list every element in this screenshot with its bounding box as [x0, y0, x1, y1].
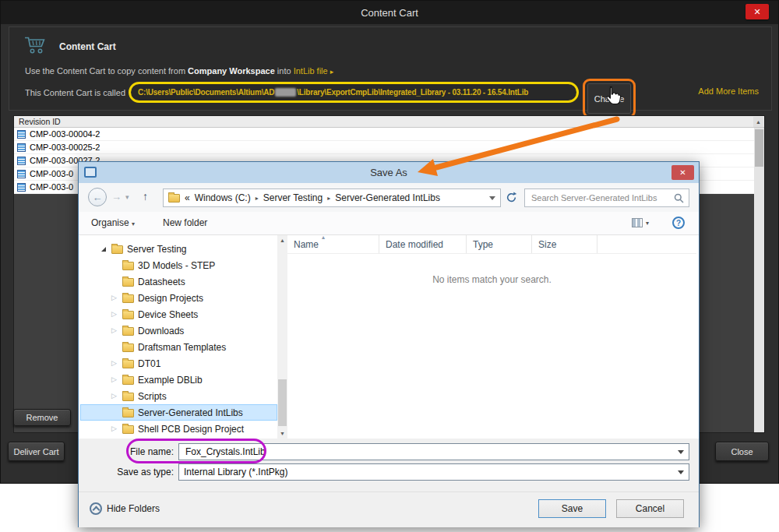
- address-dropdown-icon[interactable]: [489, 196, 495, 200]
- tree-item-label: Shell PCB Design Project: [138, 424, 244, 435]
- component-icon: [17, 183, 26, 192]
- change-button[interactable]: Change: [587, 83, 631, 114]
- tree-item[interactable]: ▷ Shell PCB Design Project: [80, 421, 277, 437]
- tree-item[interactable]: ▷ Example DBLib: [80, 372, 277, 388]
- expand-arrow-icon[interactable]: ▷: [110, 311, 118, 318]
- forward-button[interactable]: →: [111, 191, 122, 203]
- tree-scrollbar[interactable]: ▲ ▼: [277, 235, 287, 439]
- tree-item[interactable]: ▷ DT01: [80, 355, 277, 372]
- tree-item[interactable]: 3D Models - STEP: [80, 257, 277, 273]
- save-as-type-label: Save as type:: [93, 467, 178, 477]
- expand-arrow-icon[interactable]: ▷: [110, 393, 118, 400]
- change-view-button[interactable]: ▾: [632, 218, 649, 227]
- save-as-close-button[interactable]: ✕: [671, 165, 694, 180]
- remove-button[interactable]: Remove: [13, 409, 71, 426]
- content-cart-close-button[interactable]: ✕: [746, 4, 769, 19]
- folder-icon: [122, 262, 134, 270]
- component-icon: [17, 143, 26, 152]
- scrollbar-up-icon[interactable]: ▲: [277, 235, 287, 245]
- breadcrumb-overflow[interactable]: «: [185, 192, 190, 203]
- back-icon: ←: [93, 192, 103, 203]
- folder-icon: [122, 425, 134, 434]
- refresh-button[interactable]: [506, 192, 517, 206]
- change-button-annotation: Change: [583, 79, 636, 118]
- tree-item-label: Device Sheets: [138, 309, 198, 320]
- grid-scrollbar-thumb[interactable]: [755, 129, 763, 167]
- tree-scrollbar-thumb[interactable]: [278, 379, 287, 426]
- folder-icon: [111, 245, 123, 254]
- search-input[interactable]: [530, 192, 674, 203]
- expand-arrow-icon[interactable]: ▷: [110, 425, 118, 432]
- forward-icon: →: [111, 191, 122, 203]
- tree-item-label: Design Projects: [138, 293, 203, 304]
- source-workspace-label: Company Workspace: [188, 66, 275, 76]
- tree-item[interactable]: ▷ Design Projects: [80, 290, 277, 306]
- help-button[interactable]: ?: [672, 217, 685, 229]
- scrollbar-down-icon[interactable]: ▼: [277, 428, 287, 439]
- add-more-items-link[interactable]: Add More Items: [698, 86, 759, 96]
- sort-ascending-icon: ▴: [322, 234, 325, 241]
- hide-folders-button[interactable]: Hide Folders: [90, 502, 160, 515]
- content-cart-close-footer-button[interactable]: Close: [715, 442, 769, 461]
- history-dropdown[interactable]: ▾: [125, 193, 129, 201]
- link-arrow-icon[interactable]: ▸: [330, 68, 334, 76]
- column-header-type[interactable]: Type: [467, 235, 532, 253]
- chevron-down-icon[interactable]: [678, 450, 684, 454]
- save-as-title: Save As: [370, 167, 407, 178]
- content-cart-titlebar[interactable]: Content Cart ✕: [1, 1, 778, 24]
- breadcrumb-segment[interactable]: Server-Generated IntLibs: [335, 192, 440, 203]
- breadcrumb-segment[interactable]: Windows (C:): [195, 192, 251, 203]
- search-box[interactable]: [524, 188, 689, 207]
- expand-arrow-icon[interactable]: [99, 247, 108, 252]
- target-type-link[interactable]: IntLib file: [294, 66, 328, 76]
- command-toolbar: Organise ▾ New folder ▾ ?: [79, 212, 699, 235]
- cancel-button[interactable]: Cancel: [616, 499, 684, 518]
- grid-scrollbar[interactable]: [754, 128, 764, 432]
- tree-item-label: DT01: [138, 358, 160, 369]
- save-as-titlebar[interactable]: Save As ✕: [79, 162, 699, 183]
- revision-row[interactable]: CMP-003-00004-2: [14, 128, 754, 141]
- revision-id: CMP-003-0: [30, 182, 73, 192]
- tree-item[interactable]: ▷ Scripts: [80, 388, 277, 404]
- new-folder-button[interactable]: New folder: [163, 217, 207, 228]
- expand-arrow-icon[interactable]: ▷: [110, 376, 118, 383]
- save-as-dialog: Save As ✕ ← → ▾ ↑ « Windows (C:) ▸ Serve…: [78, 161, 700, 527]
- up-one-level-button[interactable]: ↑: [143, 190, 148, 203]
- tree-item-selected[interactable]: Server-Generated IntLibs: [80, 404, 277, 421]
- column-header-date-modified[interactable]: Date modified: [379, 235, 467, 253]
- save-button[interactable]: Save: [538, 499, 606, 518]
- scrollbar-up-icon[interactable]: ▲: [753, 117, 763, 127]
- close-icon: ✕: [753, 7, 760, 17]
- revision-id: CMP-003-00025-2: [30, 143, 100, 152]
- revision-row[interactable]: CMP-003-00025-2: [14, 141, 754, 154]
- grid-column-header[interactable]: Revision ID ▲: [14, 116, 764, 128]
- file-list-pane: ▴ Name Date modified Type Size No items …: [287, 235, 696, 439]
- expand-arrow-icon[interactable]: ▷: [110, 327, 118, 334]
- path-highlight-annotation: C:\Users\Public\Documents\Altium\AD \Lib…: [129, 82, 579, 103]
- folder-icon: [122, 327, 134, 336]
- tree-item[interactable]: Server Testing: [80, 241, 277, 257]
- breadcrumb-segment[interactable]: Server Testing: [263, 192, 323, 203]
- file-name-input[interactable]: [184, 446, 673, 458]
- column-header-name[interactable]: ▴ Name: [287, 235, 379, 253]
- back-button[interactable]: ←: [88, 188, 107, 206]
- organise-menu[interactable]: Organise ▾: [91, 217, 135, 228]
- column-header-size[interactable]: Size: [532, 235, 597, 253]
- folder-tree: Server Testing 3D Models - STEP Datashee…: [80, 235, 277, 439]
- path-line-prefix: This Content Cart is called: [25, 88, 125, 97]
- file-name-combo[interactable]: [178, 443, 689, 460]
- chevron-down-icon[interactable]: [678, 470, 684, 474]
- up-arrow-icon: ↑: [143, 190, 148, 203]
- tree-item[interactable]: Datasheets: [80, 273, 277, 290]
- tree-item[interactable]: ▷ Downloads: [80, 322, 277, 339]
- address-bar[interactable]: « Windows (C:) ▸ Server Testing ▸ Server…: [163, 188, 501, 207]
- column-label: Name: [294, 239, 319, 250]
- expand-arrow-icon[interactable]: ▷: [110, 360, 118, 367]
- tree-item[interactable]: ▷ Device Sheets: [80, 306, 277, 322]
- deliver-cart-button[interactable]: Deliver Cart: [8, 442, 65, 461]
- explorer-main-area: Server Testing 3D Models - STEP Datashee…: [79, 235, 699, 439]
- tree-item-label: Datasheets: [138, 277, 185, 287]
- save-as-type-select[interactable]: Internal Library (*.IntPkg): [178, 463, 689, 481]
- expand-arrow-icon[interactable]: ▷: [110, 294, 118, 301]
- tree-item[interactable]: Draftsman Templates: [80, 339, 277, 355]
